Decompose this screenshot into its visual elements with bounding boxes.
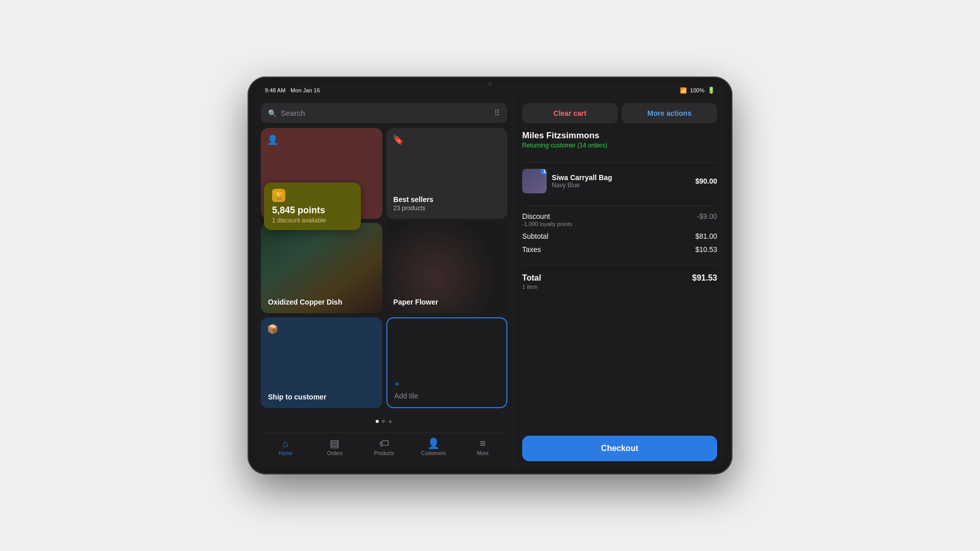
taxes-label: Taxes bbox=[522, 245, 541, 254]
status-bar-right: 📶 100% 🔋 bbox=[680, 87, 715, 94]
left-panel: 🔍 Search ⠿ 👤 Remove customer bbox=[255, 97, 513, 467]
loyalty-discount: 1 discount available bbox=[272, 217, 353, 224]
cart-item-name: Siwa Carryall Bag bbox=[552, 173, 690, 182]
cart-item-info: Siwa Carryall Bag Navy Blue bbox=[552, 173, 690, 189]
divider-3 bbox=[522, 265, 717, 265]
nav-item-customers[interactable]: 👤 Customers bbox=[409, 437, 458, 456]
time: 9:48 AM bbox=[265, 87, 285, 93]
subtotal-amount: $81.00 bbox=[695, 232, 717, 240]
divider-2 bbox=[522, 206, 717, 206]
tiles-grid: 👤 Remove customer 🔖 Best sellers 23 prod… bbox=[261, 128, 507, 408]
discount-label: Discount bbox=[522, 212, 572, 220]
total-sublabel: 1 item bbox=[522, 284, 541, 290]
camera bbox=[488, 82, 492, 86]
taxes-amount: $10.53 bbox=[695, 245, 717, 254]
loyalty-points: 5,845 points bbox=[272, 205, 353, 216]
customers-label: Customers bbox=[421, 450, 446, 456]
search-bar[interactable]: 🔍 Search ⠿ bbox=[261, 103, 507, 123]
tile-paper-flower[interactable]: Paper Flower bbox=[386, 223, 508, 314]
checkout-button[interactable]: Checkout bbox=[522, 436, 717, 461]
customers-icon: 👤 bbox=[427, 437, 440, 449]
box-icon: 📦 bbox=[267, 323, 278, 335]
main-content: 🔍 Search ⠿ 👤 Remove customer bbox=[255, 97, 725, 467]
add-page-icon[interactable]: + bbox=[388, 417, 392, 425]
cart-item-variant: Navy Blue bbox=[552, 182, 690, 189]
battery-icon: 🔋 bbox=[707, 87, 715, 94]
tile-text-wrapper: Paper Flower bbox=[394, 298, 501, 306]
bottom-nav: ⌂ Home ▤ Orders 🏷 Products 👤 Customers bbox=[261, 433, 507, 461]
customer-status: Returning customer (14 orders) bbox=[522, 142, 717, 149]
date: Mon Jan 16 bbox=[290, 87, 320, 93]
tablet-screen: 9:48 AM Mon Jan 16 📶 100% 🔋 🔍 Search ⠿ bbox=[255, 84, 725, 467]
products-icon: 🏷 bbox=[379, 438, 389, 449]
person-icon: 👤 bbox=[267, 134, 278, 145]
page-dots: + bbox=[261, 413, 507, 428]
ship-to-customer-label: Ship to customer bbox=[268, 393, 375, 401]
tile-text-wrapper: Oxidized Copper Dish bbox=[268, 298, 375, 306]
grid-icon[interactable]: ⠿ bbox=[494, 108, 500, 118]
home-icon: ⌂ bbox=[282, 438, 288, 449]
status-bar-left: 9:48 AM Mon Jan 16 bbox=[265, 87, 320, 93]
orders-icon: ▤ bbox=[330, 437, 339, 449]
divider-1 bbox=[522, 162, 717, 163]
discount-info: Discount -1,000 loyalty points bbox=[522, 212, 572, 227]
subtotal-row: Subtotal $81.00 bbox=[522, 232, 717, 240]
page-dot-1[interactable] bbox=[376, 420, 379, 423]
home-label: Home bbox=[279, 450, 292, 456]
tile-text-wrapper: Ship to customer bbox=[268, 393, 375, 401]
total-amount: $91.53 bbox=[692, 273, 717, 283]
discount-amount: -$9.00 bbox=[697, 212, 717, 220]
tablet-device: 9:48 AM Mon Jan 16 📶 100% 🔋 🔍 Search ⠿ bbox=[248, 77, 732, 474]
customer-name: Miles Fitzsimmons bbox=[522, 131, 717, 141]
oxidized-copper-dish-label: Oxidized Copper Dish bbox=[268, 298, 375, 306]
right-panel: Clear cart More actions Miles Fitzsimmon… bbox=[513, 97, 725, 467]
tile-oxidized-copper-dish[interactable]: Oxidized Copper Dish bbox=[261, 223, 382, 314]
nav-item-products[interactable]: 🏷 Products bbox=[359, 438, 409, 456]
total-label: Total bbox=[522, 273, 541, 283]
tile-best-sellers[interactable]: 🔖 Best sellers 23 products bbox=[386, 128, 508, 219]
add-tile-label: Add tile bbox=[395, 392, 419, 400]
more-label: More bbox=[477, 450, 488, 456]
nav-item-home[interactable]: ⌂ Home bbox=[261, 438, 310, 456]
nav-item-orders[interactable]: ▤ Orders bbox=[310, 437, 360, 456]
orders-label: Orders bbox=[327, 450, 343, 456]
best-sellers-sublabel: 23 products bbox=[394, 205, 501, 212]
paper-flower-label: Paper Flower bbox=[394, 298, 501, 306]
tile-ship-to-customer[interactable]: 📦 Ship to customer bbox=[261, 317, 382, 408]
discount-row: Discount -1,000 loyalty points -$9.00 bbox=[522, 212, 717, 227]
battery-percent: 100% bbox=[690, 87, 704, 93]
best-sellers-label: Best sellers bbox=[394, 195, 501, 204]
customer-section: Miles Fitzsimmons Returning customer (14… bbox=[522, 131, 717, 149]
more-actions-button[interactable]: More actions bbox=[622, 103, 717, 123]
loyalty-tooltip: 🏆 5,845 points 1 discount available bbox=[264, 183, 361, 230]
tile-add[interactable]: + Add tile bbox=[386, 317, 508, 408]
cart-actions: Clear cart More actions bbox=[522, 103, 717, 123]
subtotal-label: Subtotal bbox=[522, 232, 548, 240]
search-left: 🔍 Search bbox=[268, 109, 305, 117]
search-icon: 🔍 bbox=[268, 109, 277, 117]
wifi-icon: 📶 bbox=[680, 87, 687, 94]
search-placeholder: Search bbox=[281, 109, 305, 117]
clear-cart-button[interactable]: Clear cart bbox=[522, 103, 618, 123]
bookmark-icon: 🔖 bbox=[393, 134, 404, 145]
cart-item-price: $90.00 bbox=[695, 177, 717, 185]
loyalty-badge-icon: 🏆 bbox=[272, 189, 285, 202]
cart-item-image: 1 bbox=[522, 169, 547, 193]
plus-icon: + bbox=[395, 379, 400, 390]
total-info: Total 1 item bbox=[522, 273, 541, 290]
cart-item: 1 Siwa Carryall Bag Navy Blue $90.00 bbox=[522, 169, 717, 193]
more-icon: ≡ bbox=[480, 438, 486, 449]
tile-text-wrapper: Best sellers 23 products bbox=[394, 195, 501, 212]
discount-sublabel: -1,000 loyalty points bbox=[522, 221, 572, 227]
nav-item-more[interactable]: ≡ More bbox=[458, 438, 508, 456]
taxes-row: Taxes $10.53 bbox=[522, 245, 717, 254]
page-dot-2[interactable] bbox=[382, 420, 385, 423]
total-row: Total 1 item $91.53 bbox=[522, 273, 717, 290]
products-label: Products bbox=[374, 450, 394, 456]
